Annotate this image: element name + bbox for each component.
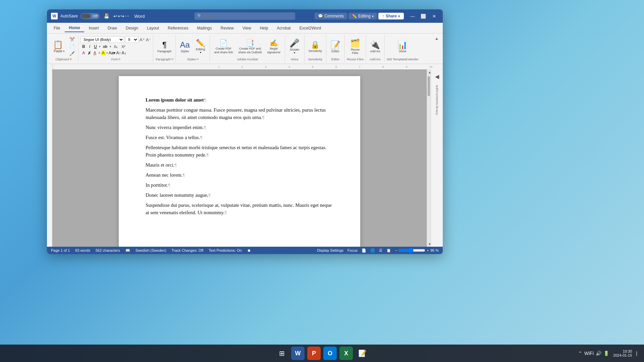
page-status[interactable]: Page 1 of 1: [51, 248, 70, 252]
editing-ribbon-button[interactable]: ✏️ Editing ▾: [194, 38, 207, 55]
vertical-scrollbar[interactable]: ▲ ▼: [427, 69, 431, 247]
copy-button[interactable]: 📄: [68, 43, 76, 50]
display-settings-button[interactable]: Display Settings: [317, 248, 343, 252]
language-status[interactable]: Swedish (Sweden): [136, 248, 166, 252]
tab-review[interactable]: Review: [217, 24, 238, 32]
undo-dropdown-icon[interactable]: ▾: [118, 14, 120, 18]
taskbar-show-desktop-button[interactable]: |: [636, 351, 637, 356]
editor-button[interactable]: 📝 Editor: [328, 39, 342, 54]
styles-button[interactable]: Aa Styles: [178, 39, 192, 54]
text-effects-button[interactable]: A: [80, 50, 87, 56]
minimize-button[interactable]: —: [408, 11, 417, 21]
taskbar-wifi-icon[interactable]: WiFi: [584, 351, 594, 356]
collapse-panel-button[interactable]: ◀: [434, 72, 440, 81]
doc-page[interactable]: Lorem ipsum dolor sit amet¶ Maecenas por…: [119, 76, 360, 247]
tab-view[interactable]: View: [238, 24, 255, 32]
undo-icon[interactable]: ↩: [113, 13, 117, 19]
sensitivity-button[interactable]: 🔒 Sensitivity: [307, 40, 324, 54]
font-aa-increase-icon[interactable]: A↑: [116, 51, 121, 55]
doc-scroll-area[interactable]: Lorem ipsum dolor sit amet¶ Maecenas por…: [52, 69, 427, 247]
create-pdf-share-button[interactable]: 📄 Create PDFand share link: [212, 38, 235, 55]
tab-insert[interactable]: Insert: [85, 24, 103, 32]
zoom-out-button[interactable]: −: [395, 248, 397, 252]
zoom-in-button[interactable]: +: [427, 248, 429, 252]
taskbar-powerpoint-icon[interactable]: P: [307, 347, 321, 360]
font-size-increase-button[interactable]: A⁺: [140, 37, 145, 42]
tab-mailings[interactable]: Mailings: [193, 24, 216, 32]
taskbar-excel-icon[interactable]: X: [339, 347, 353, 360]
underline-button[interactable]: U: [93, 44, 98, 49]
more-icon[interactable]: ⋯: [125, 14, 129, 18]
taskbar-windows-button[interactable]: ⊞: [275, 347, 288, 360]
proofing-icon[interactable]: 📖: [125, 248, 130, 253]
underline-dropdown-icon[interactable]: ▾: [99, 45, 101, 48]
italic-button[interactable]: I: [88, 44, 92, 49]
taskbar-battery-icon[interactable]: 🔋: [603, 351, 609, 356]
save-icon[interactable]: 💾: [102, 13, 111, 19]
focus-button[interactable]: Focus: [347, 248, 358, 252]
bold-button[interactable]: B: [80, 44, 87, 49]
paste-dropdown-icon[interactable]: ▾: [63, 50, 65, 53]
view-mode-print[interactable]: 📄: [362, 248, 366, 253]
tab-acrobat[interactable]: Acrobat: [273, 24, 294, 32]
font-size-selector[interactable]: 9: [125, 36, 139, 43]
words-status[interactable]: 83 words: [75, 248, 90, 252]
tab-design[interactable]: Design: [122, 24, 142, 32]
macros-icon[interactable]: ⏺: [247, 248, 251, 252]
share-button[interactable]: ↑ Share ▾: [378, 13, 404, 19]
track-changes-status[interactable]: Track Changes: Off: [171, 248, 203, 252]
maximize-button[interactable]: ⬜: [419, 11, 428, 21]
addins-button[interactable]: 🔌 Add-ins: [368, 39, 382, 54]
clipboard-expand-icon[interactable]: ⧉: [70, 58, 72, 61]
scroll-up-button[interactable]: ▲: [427, 69, 432, 75]
zoom-range-input[interactable]: [398, 248, 425, 253]
text-predictions-status[interactable]: Text Predictions: On: [209, 248, 241, 252]
taskbar-outlook-icon[interactable]: O: [323, 347, 337, 360]
autosave-toggle[interactable]: Off: [80, 13, 99, 19]
highlight-button[interactable]: A: [101, 51, 106, 55]
view-mode-web[interactable]: 🌐: [370, 248, 375, 253]
editing-button[interactable]: ✏️ Editing ▾: [348, 13, 377, 19]
view-mode-outline[interactable]: ☰: [379, 248, 382, 253]
tab-excel2word[interactable]: Excel2Word: [296, 24, 325, 32]
paragraph-expand-icon[interactable]: ⧉: [171, 58, 173, 61]
clear-format-button[interactable]: ✗: [88, 51, 91, 56]
cut-button[interactable]: ✂️: [68, 36, 76, 43]
taskbar-volume-icon[interactable]: 🔊: [596, 351, 601, 356]
font-color-dropdown-icon[interactable]: ▾: [99, 51, 100, 55]
reuse-files-button[interactable]: 🗂️ ReuseFiles: [348, 38, 362, 56]
font-name-selector[interactable]: Segoe UI (Body): [80, 36, 124, 43]
content-library-button[interactable]: wdlContentLibrary: [434, 84, 440, 117]
tab-references[interactable]: References: [164, 24, 192, 32]
scroll-thumb[interactable]: [428, 76, 430, 96]
taskbar-clock[interactable]: 10:30 2024-01-15: [613, 349, 632, 357]
view-mode-draft[interactable]: 📋: [386, 248, 391, 253]
scroll-down-button[interactable]: ▼: [427, 241, 432, 247]
font-expand-icon[interactable]: ⧉: [118, 58, 120, 61]
tab-file[interactable]: File: [50, 24, 64, 32]
format-painter-button[interactable]: 🖌️: [68, 50, 76, 57]
styles-expand-icon[interactable]: ⧉: [197, 58, 199, 61]
taskbar-word-icon[interactable]: W: [291, 347, 305, 360]
comments-button[interactable]: 💬 Comments: [315, 13, 347, 19]
characters-status[interactable]: 562 characters: [96, 248, 120, 252]
search-input[interactable]: [195, 12, 295, 20]
tab-help[interactable]: Help: [256, 24, 272, 32]
strikethrough-button[interactable]: ab: [101, 44, 109, 49]
font-aa-decrease-icon[interactable]: A↓: [121, 51, 126, 55]
ribbon-collapse-button[interactable]: ▲: [433, 35, 440, 62]
begar-button[interactable]: ✍️ Begärsignaturer: [265, 38, 282, 55]
close-button[interactable]: ✕: [429, 11, 439, 21]
taskbar-chevron-icon[interactable]: ⌃: [578, 351, 582, 356]
font-size-decrease-button[interactable]: A⁻: [146, 37, 151, 42]
superscript-button[interactable]: X²: [120, 44, 127, 49]
paragraph-button[interactable]: ¶ Paragraph: [155, 39, 173, 54]
tab-draw[interactable]: Draw: [104, 24, 121, 32]
show-button[interactable]: 📊 Show: [395, 39, 410, 54]
subscript-button[interactable]: X₂: [112, 44, 119, 49]
paste-button[interactable]: 📋 Paste ▾: [51, 39, 67, 54]
tab-home[interactable]: Home: [65, 24, 84, 32]
font-more-button[interactable]: Aa▾: [109, 51, 116, 55]
create-pdf-outlook-button[interactable]: 📑 Create PDF andshare via Outlook: [236, 38, 264, 55]
tab-layout[interactable]: Layout: [143, 24, 163, 32]
